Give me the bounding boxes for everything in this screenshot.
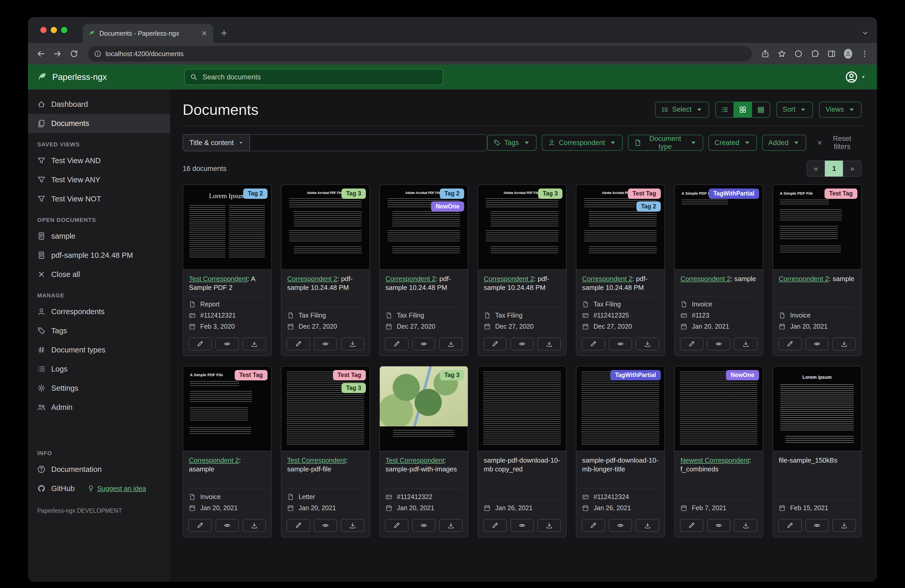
view-list-button[interactable] — [715, 101, 734, 118]
views-button[interactable]: Views — [819, 101, 862, 118]
preview-button[interactable] — [609, 338, 632, 350]
search-input[interactable] — [202, 73, 438, 82]
sidebar-saved-view-any[interactable]: Test View ANY — [28, 170, 170, 189]
suggest-idea-link[interactable]: Suggest an idea — [87, 485, 146, 493]
document-title[interactable]: Correspondent 2: pdf-sample 10.24.48 PM — [582, 274, 659, 292]
document-title[interactable]: Correspondent 2: sample — [779, 274, 855, 283]
back-button[interactable] — [33, 46, 49, 62]
edit-button[interactable] — [188, 519, 212, 532]
preview-button[interactable] — [609, 519, 632, 532]
sidebar-item-github[interactable]: GitHub Suggest an idea — [28, 479, 170, 498]
tag-badge[interactable]: TagWithPartial — [709, 189, 759, 199]
tag-badge[interactable]: Tag 2 — [637, 201, 661, 212]
preview-button[interactable] — [314, 519, 337, 532]
tag-badge[interactable]: Tag 3 — [341, 383, 366, 393]
zoom-window-button[interactable] — [61, 27, 67, 33]
download-button[interactable] — [341, 519, 364, 532]
document-title[interactable]: Test Correspondent: A Sample PDF 2 — [189, 274, 265, 292]
tag-badge[interactable]: Tag 3 — [440, 370, 464, 380]
document-thumbnail[interactable]: Tag 3 — [380, 366, 468, 451]
added-filter-button[interactable]: Added — [762, 135, 806, 151]
correspondent-link[interactable]: Newest Correspondent — [680, 456, 749, 464]
download-button[interactable] — [734, 338, 757, 350]
sidebar-item-dashboard[interactable]: Dashboard — [28, 95, 170, 114]
correspondent-link[interactable]: Correspondent 2 — [287, 275, 337, 283]
edit-button[interactable] — [778, 338, 802, 350]
preview-button[interactable] — [216, 519, 239, 532]
tag-badge[interactable]: Tag 3 — [341, 189, 366, 199]
tags-filter-button[interactable]: Tags — [487, 135, 537, 151]
pagination-next-button[interactable]: » — [843, 160, 862, 177]
download-button[interactable] — [734, 519, 757, 532]
select-button[interactable]: Select — [655, 101, 709, 118]
edit-button[interactable] — [287, 338, 310, 350]
close-window-button[interactable] — [40, 27, 46, 33]
tag-badge[interactable]: NewOne — [726, 370, 759, 380]
toolbar-extra-button[interactable] — [791, 46, 806, 61]
document-thumbnail[interactable]: A Simple PDF FileTest Tag — [773, 185, 861, 270]
sidebar-item-documents[interactable]: Documents — [28, 114, 170, 133]
preview-button[interactable] — [510, 519, 534, 532]
tag-badge[interactable]: Test Tag — [824, 189, 857, 199]
tag-badge[interactable]: Test Tag — [628, 189, 661, 199]
preview-button[interactable] — [707, 519, 730, 532]
document-thumbnail[interactable]: TagWithPartial — [576, 366, 664, 451]
sidebar-close-all[interactable]: Close all — [28, 265, 170, 284]
view-grid-button[interactable] — [734, 101, 752, 118]
forward-button[interactable] — [50, 46, 65, 62]
preview-button[interactable] — [412, 338, 436, 350]
document-title[interactable]: Test Correspondent: sample-pdf-file — [287, 456, 364, 474]
pagination-prev-button[interactable]: « — [807, 160, 825, 177]
sidebar-item-logs[interactable]: Logs — [28, 360, 170, 379]
preview-button[interactable] — [412, 519, 436, 532]
tag-badge[interactable]: Tag 2 — [440, 189, 464, 199]
new-tab-button[interactable] — [216, 25, 232, 41]
site-info-icon[interactable] — [94, 50, 102, 57]
edit-button[interactable] — [680, 519, 703, 532]
download-button[interactable] — [243, 338, 266, 350]
document-thumbnail[interactable]: A Simple PDF FileTest Tag — [183, 366, 271, 451]
filter-field-button[interactable]: Title & content — [183, 134, 250, 151]
document-thumbnail[interactable]: Adobe Acrobat PDF FilesTag 3 — [281, 185, 370, 270]
created-filter-button[interactable]: Created — [708, 135, 757, 151]
correspondent-filter-button[interactable]: Correspondent — [542, 135, 623, 151]
download-button[interactable] — [636, 338, 659, 350]
document-title[interactable]: sample-pdf-download-10-mb-longer-title — [582, 456, 659, 474]
tag-badge[interactable]: NewOne — [431, 201, 464, 212]
edit-button[interactable] — [385, 519, 408, 532]
view-detail-button[interactable] — [752, 101, 770, 118]
document-title[interactable]: Correspondent 2: sample — [680, 274, 757, 283]
sidebar-open-doc-pdf-sample[interactable]: pdf-sample 10.24.48 PM — [28, 246, 170, 265]
download-button[interactable] — [537, 519, 561, 532]
preview-button[interactable] — [805, 519, 829, 532]
document-title[interactable]: Test Correspondent: sample-pdf-with-imag… — [386, 456, 462, 474]
edit-button[interactable] — [287, 519, 310, 532]
minimize-window-button[interactable] — [51, 27, 57, 33]
app-brand[interactable]: Paperless-ngx — [36, 71, 107, 83]
download-button[interactable] — [636, 519, 659, 532]
document-thumbnail[interactable]: Adobe Acrobat PDF FilesTag 3 — [478, 185, 566, 270]
document-title[interactable]: Correspondent 2: pdf-sample 10.24.48 PM — [386, 274, 462, 292]
correspondent-link[interactable]: Test Correspondent — [386, 456, 444, 464]
browser-menu-button[interactable] — [857, 46, 872, 61]
document-thumbnail[interactable]: Test TagTag 3 — [281, 366, 370, 451]
correspondent-link[interactable]: Correspondent 2 — [386, 275, 436, 283]
reload-button[interactable] — [66, 46, 82, 62]
correspondent-link[interactable]: Correspondent 2 — [680, 275, 730, 283]
document-thumbnail[interactable]: NewOne — [675, 366, 763, 451]
edit-button[interactable] — [483, 519, 507, 532]
download-button[interactable] — [439, 519, 463, 532]
edit-button[interactable] — [188, 338, 212, 350]
document-thumbnail[interactable]: Lorem IpsumTag 2 — [183, 185, 271, 270]
correspondent-link[interactable]: Correspondent 2 — [484, 275, 534, 283]
correspondent-link[interactable]: Test Correspondent — [189, 275, 248, 283]
preview-button[interactable] — [510, 338, 534, 350]
preview-button[interactable] — [805, 338, 829, 350]
user-menu-button[interactable] — [842, 70, 869, 84]
document-type-filter-button[interactable]: Document type — [628, 135, 703, 151]
correspondent-link[interactable]: Correspondent 2 — [582, 275, 632, 283]
edit-button[interactable] — [778, 519, 802, 532]
tag-badge[interactable]: Tag 2 — [243, 189, 268, 199]
sidebar-saved-view-and[interactable]: Test View AND — [28, 151, 170, 170]
tag-badge[interactable]: Test Tag — [333, 370, 366, 380]
